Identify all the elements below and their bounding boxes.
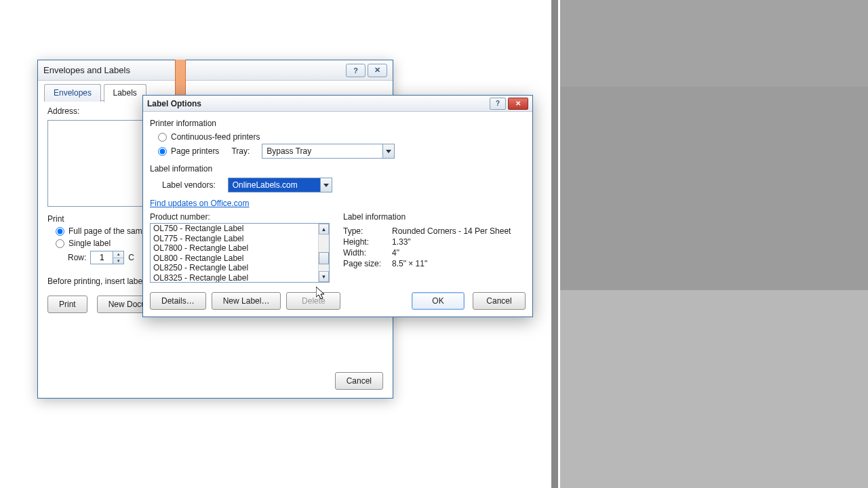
- dialog-titlebar[interactable]: Envelopes and Labels ? ✕: [38, 60, 393, 81]
- details-button[interactable]: Details…: [150, 292, 206, 310]
- column-label: C: [128, 253, 134, 262]
- chevron-down-icon[interactable]: [320, 178, 332, 192]
- list-item[interactable]: OL7800 - Rectangle Label: [151, 243, 318, 253]
- ok-button[interactable]: OK: [412, 292, 465, 310]
- list-item[interactable]: OL775 - Rectangle Label: [151, 234, 318, 244]
- svg-marker-0: [386, 150, 391, 153]
- scrollbar[interactable]: ▲ ▼: [318, 224, 329, 282]
- row-label: Row:: [68, 253, 86, 262]
- product-list[interactable]: OL750 - Rectangle Label OL775 - Rectangl…: [150, 223, 330, 283]
- close-button[interactable]: ✕: [508, 98, 528, 110]
- spin-down-icon[interactable]: ▼: [113, 258, 123, 264]
- chevron-down-icon[interactable]: [382, 144, 394, 158]
- vendors-select[interactable]: OnlineLabels.com: [228, 178, 332, 192]
- list-item[interactable]: OL8250 - Rectangle Label: [151, 263, 318, 273]
- label-info-label: Label information: [150, 164, 526, 174]
- scroll-up-icon[interactable]: ▲: [319, 224, 329, 235]
- tab-labels[interactable]: Labels: [104, 84, 146, 102]
- office-updates-link[interactable]: Find updates on Office.com: [150, 199, 250, 208]
- spin-up-icon[interactable]: ▲: [113, 251, 123, 258]
- width-label: Width:: [343, 247, 392, 258]
- list-item[interactable]: OL750 - Rectangle Label: [151, 224, 318, 234]
- radio-full-page-input[interactable]: [56, 227, 64, 236]
- dialog-titlebar[interactable]: Label Options ? ✕: [143, 96, 532, 112]
- tray-select[interactable]: Bypass Tray: [262, 144, 395, 159]
- printer-info-label: Printer information: [150, 119, 526, 128]
- list-item[interactable]: OL800 - Rectangle Label: [151, 253, 318, 264]
- cancel-button[interactable]: Cancel: [473, 292, 526, 310]
- product-number-label: Product number:: [150, 212, 330, 222]
- svg-marker-1: [323, 184, 329, 187]
- list-item[interactable]: OL8325 - Rectangle Label: [151, 273, 318, 283]
- scroll-down-icon[interactable]: ▼: [319, 271, 329, 282]
- dialog-title: Label Options: [147, 99, 201, 108]
- radio-page-printers[interactable]: Page printers: [158, 146, 219, 156]
- pagesize-value: 8.5" × 11": [392, 258, 511, 269]
- help-button[interactable]: ?: [490, 98, 506, 110]
- print-button[interactable]: Print: [47, 296, 87, 313]
- tab-envelopes[interactable]: Envelopes: [44, 84, 101, 102]
- tray-label: Tray:: [231, 146, 250, 156]
- help-button[interactable]: ?: [346, 64, 366, 77]
- height-value: 1.33": [392, 237, 511, 247]
- height-label: Height:: [343, 237, 392, 247]
- label-options-dialog: Label Options ? ✕ Printer information Co…: [142, 95, 533, 317]
- radio-continuous-feed[interactable]: Continuous-feed printers: [158, 132, 526, 142]
- scroll-thumb[interactable]: [319, 252, 329, 264]
- vertical-divider: [551, 0, 558, 488]
- row-input[interactable]: [90, 251, 113, 264]
- dialog-title: Envelopes and Labels: [43, 65, 130, 75]
- pagesize-label: Page size:: [343, 258, 392, 269]
- delete-button: Delete: [286, 292, 340, 310]
- background-panel: [560, 0, 868, 488]
- row-spinner[interactable]: ▲▼: [90, 251, 124, 264]
- tray-value: Bypass Tray: [262, 144, 382, 158]
- type-label: Type:: [343, 226, 392, 237]
- radio-page-printers-input[interactable]: [158, 147, 167, 156]
- radio-continuous-input[interactable]: [158, 133, 167, 142]
- type-value: Rounded Corners - 14 Per Sheet: [392, 226, 511, 237]
- vendors-value: OnlineLabels.com: [229, 178, 320, 192]
- cancel-button[interactable]: Cancel: [335, 372, 383, 390]
- vendors-label: Label vendors:: [162, 180, 216, 190]
- close-button[interactable]: ✕: [368, 64, 387, 77]
- radio-single-label-input[interactable]: [56, 239, 64, 248]
- width-value: 4": [392, 247, 511, 258]
- new-label-button[interactable]: New Label…: [212, 292, 281, 310]
- label-detail-header: Label information: [343, 212, 526, 222]
